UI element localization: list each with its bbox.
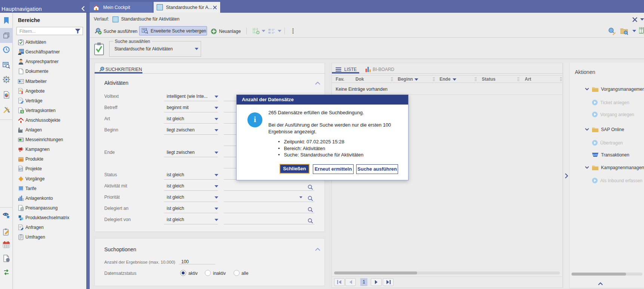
svg-text:SAP: SAP (593, 154, 597, 156)
svg-text:$: $ (21, 110, 23, 114)
